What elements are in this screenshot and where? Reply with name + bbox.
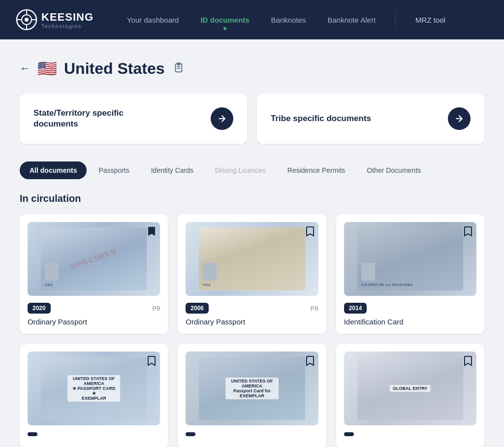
tribe-specific-title: Tribe specific documents (271, 113, 371, 124)
tribe-specific-arrow[interactable] (448, 107, 471, 130)
doc-image-3: VIAJERO DE LA FRONTERA (344, 222, 476, 296)
nav-id-documents[interactable]: ID documents (190, 12, 259, 28)
doc-year-6 (344, 432, 354, 436)
bookmark-button-5[interactable] (306, 355, 315, 369)
tab-identity-cards[interactable]: Identity Cards (141, 161, 203, 179)
tribe-specific-card[interactable]: Tribe specific documents (257, 94, 484, 144)
doc-meta-4 (28, 432, 160, 436)
nav-dashboard[interactable]: Your dashboard (117, 12, 189, 28)
specimen-text-1: SPECIMEN (69, 247, 119, 272)
doc-card-1[interactable]: SPECIMEN USA 2020 P9 Ordinary Passport (20, 214, 168, 334)
bookmark-outline-icon (306, 226, 315, 237)
nav-banknote-alert[interactable]: Banknote Alert (317, 12, 385, 28)
doc-year-2: 2006 (186, 303, 209, 314)
bookmark-button-3[interactable] (464, 226, 472, 239)
passport-photo-2 (203, 263, 217, 281)
main-content: ← 🇺🇸 United States State/Territory speci… (0, 39, 504, 447)
tab-passports[interactable]: Passports (89, 161, 139, 179)
tab-residence-permits[interactable]: Residence Permits (278, 161, 355, 179)
bookmark-button-4[interactable] (147, 355, 156, 369)
feature-cards-row: State/Territory specific documents Tribe… (20, 94, 484, 144)
bookmark-outline-icon (147, 355, 156, 366)
page-header: ← 🇺🇸 United States (20, 59, 484, 78)
nav-links: Your dashboard ID documents Banknotes Ba… (117, 11, 488, 29)
doc-label-5: UNITED STATES OF AMERICAPassport Card fo… (225, 378, 279, 399)
passport-visual-3: VIAJERO DE LA FRONTERA (357, 227, 463, 290)
doc-meta-5 (186, 432, 318, 436)
doc-card-5[interactable]: UNITED STATES OF AMERICAPassport Card fo… (178, 344, 326, 447)
doc-image-2: USA (186, 222, 318, 296)
bookmark-outline-icon (464, 226, 472, 237)
bookmark-button-6[interactable] (464, 355, 472, 369)
bookmark-filled-icon (147, 226, 156, 237)
arrow-right-icon-2 (454, 114, 464, 124)
doc-label-4: UNITED STATES OF AMERICA★ PASSPORT CARD … (67, 375, 121, 402)
doc-page-1: P9 (152, 305, 160, 312)
doc-year-1: 2020 (28, 303, 51, 314)
filter-tabs: All documents Passports Identity Cards D… (20, 161, 484, 179)
nav-banknotes[interactable]: Banknotes (261, 12, 316, 28)
country-flag: 🇺🇸 (37, 59, 57, 78)
passport-label-2: USA (203, 283, 211, 287)
nav-mrz-tool[interactable]: MRZ tool (406, 12, 455, 28)
doc-card-6[interactable]: GLOBAL ENTRY (336, 344, 484, 447)
bookmark-outline-icon (306, 355, 315, 366)
tab-other-documents[interactable]: Other Documents (357, 161, 431, 179)
doc-year-5 (186, 432, 195, 436)
doc-name-2: Ordinary Passport (186, 318, 318, 326)
passport-photo-3 (361, 263, 375, 281)
doc-image-6: GLOBAL ENTRY (344, 351, 476, 425)
doc-image-5: UNITED STATES OF AMERICAPassport Card fo… (186, 351, 318, 425)
keesing-logo-icon (16, 9, 37, 31)
country-title: United States (64, 60, 164, 78)
bookmark-outline-icon (464, 355, 472, 366)
nav-divider (395, 11, 396, 29)
arrow-right-icon (217, 114, 227, 124)
doc-year-4 (28, 432, 37, 436)
logo-text: KEESING Technologies (41, 11, 94, 29)
doc-meta-1: 2020 P9 (28, 303, 160, 314)
passport-photo-1 (45, 263, 59, 281)
in-circulation-title: In circulation (20, 193, 484, 204)
brand-sub: Technologies (41, 24, 94, 29)
passport-visual-5: UNITED STATES OF AMERICAPassport Card fo… (199, 357, 305, 420)
doc-meta-3: 2014 (344, 303, 476, 314)
document-grid: SPECIMEN USA 2020 P9 Ordinary Passport U… (20, 214, 484, 447)
doc-meta-2: 2006 P8 (186, 303, 318, 314)
passport-visual-2: USA (199, 227, 305, 290)
passport-visual-1: SPECIMEN USA (41, 227, 147, 290)
passport-label-3: VIAJERO DE LA FRONTERA (361, 283, 413, 287)
doc-year-3: 2014 (344, 303, 367, 314)
doc-card-4[interactable]: UNITED STATES OF AMERICA★ PASSPORT CARD … (20, 344, 168, 447)
doc-label-6: GLOBAL ENTRY (390, 385, 431, 392)
tab-all-documents[interactable]: All documents (20, 161, 87, 179)
state-territory-arrow[interactable] (211, 107, 233, 130)
passport-label-1: USA (45, 283, 53, 287)
bookmark-button-1[interactable] (147, 226, 156, 239)
bookmark-button-2[interactable] (306, 226, 315, 239)
doc-card-2[interactable]: USA 2006 P8 Ordinary Passport (178, 214, 326, 334)
in-circulation-section: In circulation SPECIMEN USA 2020 P9 Ordi… (20, 193, 484, 447)
doc-name-1: Ordinary Passport (28, 318, 160, 326)
clipboard-icon (173, 62, 184, 73)
tab-driving-licences[interactable]: Driving Licences (205, 161, 276, 179)
doc-card-3[interactable]: VIAJERO DE LA FRONTERA 2014 Identificati… (336, 214, 484, 334)
svg-point-2 (25, 18, 29, 22)
doc-page-2: P8 (311, 305, 318, 312)
navbar: KEESING Technologies Your dashboard ID d… (0, 0, 504, 39)
back-button[interactable]: ← (20, 62, 31, 75)
clipboard-button[interactable] (173, 62, 184, 75)
doc-image-4: UNITED STATES OF AMERICA★ PASSPORT CARD … (28, 351, 160, 425)
doc-meta-6 (344, 432, 476, 436)
state-territory-card[interactable]: State/Territory specific documents (20, 94, 247, 144)
state-territory-title: State/Territory specific documents (33, 108, 142, 129)
passport-visual-6: GLOBAL ENTRY (357, 357, 463, 420)
doc-name-3: Identification Card (344, 318, 476, 326)
doc-image-1: SPECIMEN USA (28, 222, 160, 296)
logo[interactable]: KEESING Technologies (16, 9, 94, 31)
passport-visual-4: UNITED STATES OF AMERICA★ PASSPORT CARD … (41, 357, 147, 420)
brand-name: KEESING (41, 11, 94, 24)
